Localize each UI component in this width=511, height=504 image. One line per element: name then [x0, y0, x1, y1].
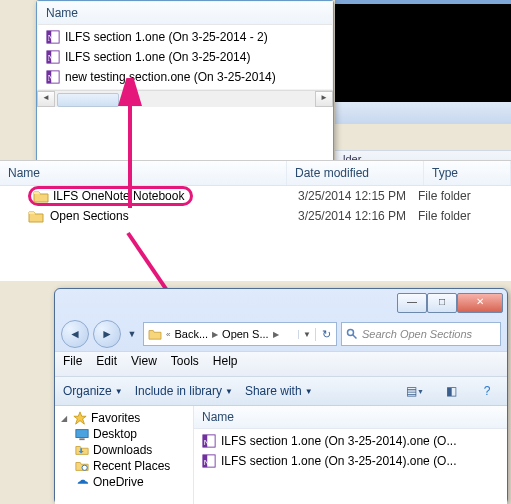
svg-point-15: [82, 465, 87, 470]
navigation-pane: ◢ Favorites Desktop Downloads Recent Pla…: [55, 406, 194, 504]
titlebar[interactable]: — □ ✕: [55, 289, 507, 317]
history-dropdown[interactable]: ▼: [125, 324, 139, 344]
list-item[interactable]: N ILFS section 1.one (On 3-25-2014).one …: [200, 431, 501, 451]
share-with-button[interactable]: Share with ▼: [245, 384, 313, 398]
item-type: File folder: [418, 209, 511, 223]
navigation-bar: ◄ ► ▼ « Back... ▶ Open S... ▶ ▼ ↻ Search…: [55, 317, 507, 351]
sidebar-item-label: Recent Places: [93, 459, 170, 473]
address-bar[interactable]: « Back... ▶ Open S... ▶ ▼ ↻: [143, 322, 337, 346]
file-name: ILFS section 1.one (On 3-25-2014).one (O…: [221, 434, 456, 448]
include-in-library-button[interactable]: Include in library ▼: [135, 384, 233, 398]
sidebar-item-label: Desktop: [93, 427, 137, 441]
refresh-button[interactable]: ↻: [315, 328, 336, 341]
file-list: N ILFS section 1.one (On 3-25-2014 - 2) …: [38, 25, 332, 89]
sidebar-item-onedrive[interactable]: OneDrive: [57, 474, 191, 490]
list-item[interactable]: N new testing section.one (On 3-25-2014): [44, 67, 326, 87]
file-name: ILFS section 1.one (On 3-25-2014): [65, 50, 250, 64]
scroll-left-button[interactable]: ◄: [37, 91, 55, 107]
sidebar-item-desktop[interactable]: Desktop: [57, 426, 191, 442]
onedrive-icon: [75, 475, 89, 489]
preview-pane-button[interactable]: ◧: [439, 380, 463, 402]
date-modified: 3/25/2014 12:15 PM: [298, 189, 418, 203]
favorites-label: Favorites: [91, 411, 140, 425]
organize-button[interactable]: Organize ▼: [63, 384, 123, 398]
toolbar: Organize ▼ Include in library ▼ Share wi…: [55, 377, 507, 406]
table-row[interactable]: ILFS OneNote Notebook 3/25/2014 12:15 PM…: [28, 186, 511, 206]
onenote-file-icon: N: [202, 454, 216, 468]
downloads-icon: [75, 443, 89, 457]
column-header-name[interactable]: Name: [38, 2, 332, 25]
breadcrumb-segment[interactable]: Open S...: [218, 328, 272, 340]
search-placeholder: Search Open Sections: [362, 328, 472, 340]
folder-name: Open Sections: [50, 209, 129, 223]
parent-folder-view: Name Date modified Type ILFS OneNote Not…: [0, 160, 511, 281]
help-button[interactable]: ?: [475, 380, 499, 402]
recent-icon: [75, 459, 89, 473]
folder-icon: [28, 209, 44, 223]
list-item[interactable]: N ILFS section 1.one (On 3-25-2014).one …: [200, 451, 501, 471]
sidebar-item-label: Downloads: [93, 443, 152, 457]
search-icon: [346, 328, 358, 340]
menu-tools[interactable]: Tools: [171, 354, 199, 374]
scroll-thumb[interactable]: [57, 93, 119, 107]
svg-text:N: N: [204, 458, 210, 467]
svg-rect-14: [79, 438, 84, 440]
item-type: File folder: [418, 189, 511, 203]
star-icon: [73, 411, 87, 425]
svg-text:N: N: [48, 34, 54, 43]
column-header-date[interactable]: Date modified: [287, 161, 424, 185]
onenote-file-icon: N: [202, 434, 216, 448]
onenote-file-icon: N: [46, 70, 60, 84]
forward-button[interactable]: ►: [93, 320, 121, 348]
date-modified: 3/25/2014 12:16 PM: [298, 209, 418, 223]
folder-icon: [148, 328, 162, 340]
menu-file[interactable]: File: [63, 354, 82, 374]
menubar: File Edit View Tools Help: [55, 351, 507, 377]
close-button[interactable]: ✕: [457, 293, 503, 313]
favorites-group[interactable]: ◢ Favorites: [57, 410, 191, 426]
table-row[interactable]: Open Sections 3/25/2014 12:16 PM File fo…: [28, 206, 511, 226]
file-pane: Name N ILFS section 1.one (On 3-25-2014)…: [194, 406, 507, 504]
file-name: new testing section.one (On 3-25-2014): [65, 70, 276, 84]
explorer-window: — □ ✕ ◄ ► ▼ « Back... ▶ Open S... ▶ ▼ ↻ …: [54, 288, 508, 504]
sidebar-item-label: OneDrive: [93, 475, 144, 489]
column-header-name[interactable]: Name: [0, 161, 287, 185]
address-dropdown[interactable]: ▼: [298, 330, 315, 339]
maximize-button[interactable]: □: [427, 293, 457, 313]
horizontal-scrollbar[interactable]: ◄ ►: [37, 90, 333, 107]
svg-text:N: N: [48, 74, 54, 83]
menu-edit[interactable]: Edit: [96, 354, 117, 374]
list-item[interactable]: N ILFS section 1.one (On 3-25-2014): [44, 47, 326, 67]
highlight-annotation: ILFS OneNote Notebook: [28, 186, 193, 206]
folder-name: ILFS OneNote Notebook: [53, 189, 184, 203]
svg-text:N: N: [204, 438, 210, 447]
column-header-name[interactable]: Name: [194, 406, 507, 429]
desktop-icon: [75, 427, 89, 441]
back-button[interactable]: ◄: [61, 320, 89, 348]
folder-icon: [33, 189, 49, 203]
search-input[interactable]: Search Open Sections: [341, 322, 501, 346]
file-name: ILFS section 1.one (On 3-25-2014).one (O…: [221, 454, 456, 468]
breadcrumb-segment[interactable]: Back...: [170, 328, 212, 340]
column-headers: Name Date modified Type: [0, 161, 511, 186]
minimize-button[interactable]: —: [397, 293, 427, 313]
view-options-button[interactable]: ▤▼: [403, 380, 427, 402]
file-name: ILFS section 1.one (On 3-25-2014 - 2): [65, 30, 268, 44]
menu-help[interactable]: Help: [213, 354, 238, 374]
column-header-type[interactable]: Type: [424, 161, 511, 185]
svg-point-11: [348, 330, 354, 336]
svg-line-12: [353, 335, 357, 339]
sidebar-item-recent[interactable]: Recent Places: [57, 458, 191, 474]
folder-contents-popup: Name N ILFS section 1.one (On 3-25-2014 …: [36, 0, 334, 164]
onenote-file-icon: N: [46, 30, 60, 44]
svg-rect-13: [76, 430, 88, 438]
svg-text:N: N: [48, 54, 54, 63]
menu-view[interactable]: View: [131, 354, 157, 374]
scroll-right-button[interactable]: ►: [315, 91, 333, 107]
list-item[interactable]: N ILFS section 1.one (On 3-25-2014 - 2): [44, 27, 326, 47]
background-window: [335, 0, 511, 124]
collapse-icon[interactable]: ◢: [59, 414, 69, 423]
onenote-file-icon: N: [46, 50, 60, 64]
sidebar-item-downloads[interactable]: Downloads: [57, 442, 191, 458]
